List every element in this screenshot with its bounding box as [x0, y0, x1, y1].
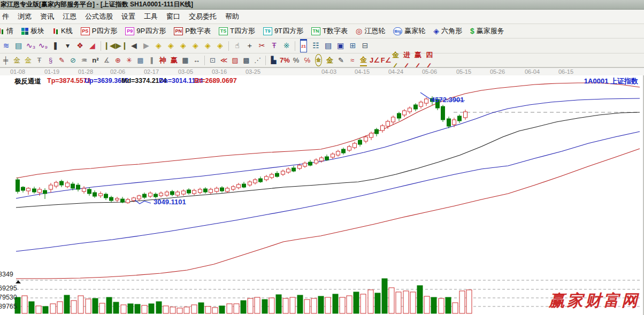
tag-tool-icon[interactable]: Ŧ: [269, 40, 280, 51]
si-angle-icon[interactable]: 四∠: [426, 55, 436, 65]
shen-tool-icon[interactable]: 神: [158, 55, 168, 65]
triangle-marker: [16, 280, 21, 283]
menu-item[interactable]: 江恩: [60, 11, 79, 22]
gold-angle-icon[interactable]: 金∠: [392, 55, 402, 65]
percent-icon[interactable]: %: [291, 55, 301, 65]
gold-gate2-icon[interactable]: 金: [23, 55, 33, 65]
hexagon-button[interactable]: ◈六角形: [431, 25, 465, 37]
cut-icon[interactable]: ✂: [256, 40, 267, 51]
gann-wheel-button[interactable]: ◎江恩轮: [353, 25, 388, 37]
first-page-icon[interactable]: ❙◀: [104, 40, 115, 51]
spiral-icon[interactable]: §: [45, 55, 56, 65]
menu-item[interactable]: 工具: [142, 11, 160, 22]
span-icon[interactable]: ↔: [191, 55, 202, 65]
title-bar[interactable]: 家江恩专业版[赢家内部服务平台] - [上证指数 SH1A0001-111日K线…: [0, 0, 644, 10]
candle-body: [453, 120, 456, 125]
chart-3-icon[interactable]: ∿₃: [25, 40, 36, 51]
pattern-icon[interactable]: ❖: [74, 40, 86, 51]
starburst-icon[interactable]: ✳: [124, 55, 134, 65]
next-icon[interactable]: ▶: [141, 40, 152, 51]
menu-item[interactable]: 件: [0, 11, 11, 22]
dropdown-arrow-icon[interactable]: ▾: [62, 40, 73, 51]
rail-tool-icon[interactable]: ╪: [1, 55, 11, 65]
t-number-button[interactable]: TNT数字表: [309, 25, 350, 37]
gold-under-icon-glyph: 金: [360, 54, 367, 66]
menu-item[interactable]: 资讯: [38, 11, 56, 22]
menu-item[interactable]: 帮助: [223, 11, 241, 22]
copy-icon[interactable]: ⊞: [347, 40, 358, 51]
dark-grid-icon[interactable]: ▩: [241, 55, 251, 65]
diamond-expand-icon[interactable]: ◈: [178, 40, 189, 51]
diamond-left-icon[interactable]: ◈: [153, 40, 164, 51]
9p-square-button[interactable]: P99P四方形: [122, 25, 168, 37]
pen-tool-icon[interactable]: ✎: [57, 55, 67, 65]
menu-item[interactable]: 交易委托: [187, 11, 219, 22]
gold-circle-icon[interactable]: 金: [313, 55, 324, 65]
winner-wheel-button[interactable]: Big赢家轮: [390, 25, 428, 37]
calendar-icon[interactable]: 21: [298, 40, 309, 51]
9t-square-button[interactable]: T99T四方形: [260, 25, 306, 37]
window-grid-icon[interactable]: ⊡: [208, 55, 218, 65]
kline-chart: 4572.39013049.11018349692957953089765: [0, 75, 644, 315]
print-icon[interactable]: ⊟: [359, 40, 371, 51]
hbars-icon[interactable]: ▙: [269, 55, 279, 65]
grid-x-icon[interactable]: ▩: [135, 55, 145, 65]
j-angle-icon[interactable]: J∠: [370, 55, 380, 65]
candle-body: [281, 171, 285, 174]
crosshair-icon[interactable]: ＋: [244, 40, 255, 51]
brush-icon[interactable]: ✎: [336, 55, 346, 65]
red-grid-icon[interactable]: ▨: [230, 55, 240, 65]
diamond-all-icon[interactable]: ◈: [214, 40, 226, 51]
region-tool-icon[interactable]: ※: [281, 40, 292, 51]
color-chart-icon[interactable]: ◢: [87, 40, 98, 51]
candle-body: [93, 193, 97, 196]
comb-icon[interactable]: ♒: [79, 55, 89, 65]
wave-fit-icon[interactable]: ≈: [347, 55, 357, 65]
gold-gate-icon[interactable]: 金: [12, 55, 22, 65]
diamond-plus-icon[interactable]: ◈: [202, 40, 213, 51]
target-cross-icon[interactable]: ⊕: [113, 55, 123, 65]
menu-item[interactable]: 设置: [119, 11, 137, 22]
n2-icon[interactable]: n²: [90, 55, 101, 65]
last-page-icon[interactable]: ▶❙: [116, 40, 127, 51]
menu-item[interactable]: 浏览: [16, 11, 34, 22]
slats-icon[interactable]: ⋰: [252, 55, 263, 65]
chart-area[interactable]: 4572.39013049.11018349692957953089765 极反…: [0, 75, 644, 315]
calculator-icon[interactable]: ☷: [310, 40, 321, 51]
rays-icon[interactable]: ≪: [219, 55, 229, 65]
volume-bar: [113, 302, 119, 313]
toolbar-separator: [228, 41, 229, 51]
diamond-right-icon[interactable]: ◈: [165, 40, 177, 51]
grid-123-icon[interactable]: ▦: [180, 55, 190, 65]
menu-item[interactable]: 公式选股: [83, 11, 115, 22]
gold-lines-icon[interactable]: 金: [325, 55, 335, 65]
chart-9-icon[interactable]: ∿₉: [37, 40, 49, 51]
wave-tool-icon[interactable]: ≋: [1, 40, 12, 51]
quote-lines-icon[interactable]: ∥: [147, 55, 157, 65]
angle-icon[interactable]: ∡: [102, 55, 112, 65]
blocks-button[interactable]: 板块: [19, 25, 47, 37]
menu-item[interactable]: 窗口: [164, 11, 182, 22]
winner-service-button[interactable]: $赢家服务: [467, 25, 507, 37]
kline-button[interactable]: K线: [50, 25, 75, 37]
percent-line-icon[interactable]: ℅: [302, 55, 312, 65]
save-icon[interactable]: ▣: [335, 40, 346, 51]
p-number-button[interactable]: PNP数字表: [171, 25, 213, 37]
dial-icon[interactable]: ⊘: [68, 55, 78, 65]
jin-angle-icon[interactable]: 进∠: [403, 55, 413, 65]
t-square-button[interactable]: TST四方形: [216, 25, 258, 37]
prev-icon[interactable]: ◀: [128, 40, 140, 51]
clipboard-icon[interactable]: ▤: [13, 40, 24, 51]
quotes-button[interactable]: 情: [0, 25, 16, 37]
notes-icon[interactable]: ▤: [323, 40, 334, 51]
hand-tool-icon[interactable]: ☝: [232, 40, 243, 51]
gold-under-icon[interactable]: 金: [358, 55, 369, 65]
ying-angle-icon[interactable]: 赢∠: [415, 55, 425, 65]
candle-type-icon[interactable]: ❚: [50, 40, 61, 51]
f-tool-icon[interactable]: Ŧ: [34, 55, 44, 65]
f-angle-icon[interactable]: F∠: [381, 55, 391, 65]
diamond-compress-icon[interactable]: ◈: [190, 40, 201, 51]
p-square-button[interactable]: PSP四方形: [78, 25, 120, 37]
ying-tool-icon[interactable]: 赢: [169, 55, 179, 65]
percent7-icon[interactable]: 7%: [280, 55, 290, 65]
